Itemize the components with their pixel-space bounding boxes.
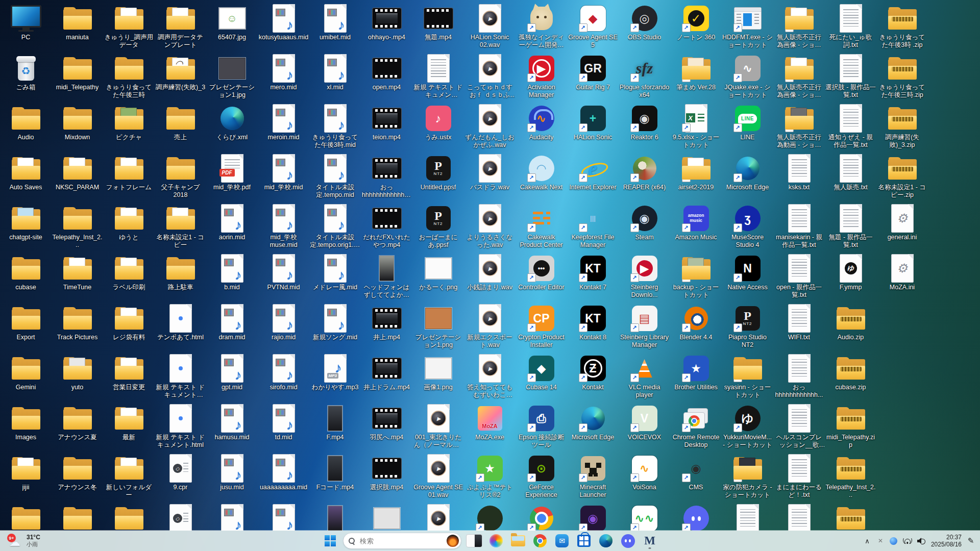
desktop-icon[interactable]: ↗airset2-2019 bbox=[670, 153, 722, 202]
desktop-icon[interactable]: 羽尻へ.mp4 bbox=[361, 403, 412, 452]
desktop-icon[interactable]: 死にたい_ゅ歌詞.txt bbox=[825, 3, 876, 52]
desktop-icon[interactable]: ♪gpt.mid bbox=[206, 353, 258, 402]
desktop-icon[interactable]: ▶答え知っててもむずいわこれ.wav bbox=[464, 353, 516, 402]
desktop-icon[interactable] bbox=[0, 503, 52, 531]
desktop-icon[interactable]: きゅうり食ってた午後三時 bbox=[103, 53, 155, 102]
desktop-icon[interactable]: CP↗Crypton Product Installer bbox=[516, 303, 567, 352]
desktop-icon[interactable]: PNT2↗Piapro Studio NT2 bbox=[722, 303, 773, 352]
task-view-button[interactable] bbox=[465, 532, 483, 549]
desktop-icon[interactable]: きゅうり_調声用データ bbox=[103, 3, 155, 52]
desktop-icon[interactable]: Track Pictures bbox=[52, 303, 103, 352]
desktop-icon[interactable]: ♪jusu.mid bbox=[206, 453, 258, 502]
desktop-icon[interactable]: 新規 テキスト ドキュメント.musicxml bbox=[412, 53, 464, 102]
desktop-icon[interactable]: ♪ bbox=[258, 503, 309, 531]
desktop-icon[interactable]: ♪PVTNd.mid bbox=[258, 253, 309, 302]
desktop-icon[interactable]: ヘッドフォンはずしててよかっt.mp4 bbox=[361, 253, 412, 302]
desktop-icon[interactable]: ▶バスドラ.wav bbox=[464, 153, 516, 202]
desktop-icon[interactable]: ↗ bbox=[464, 503, 516, 531]
desktop-icon[interactable]: ♪b.mid bbox=[206, 253, 258, 302]
chrome-button[interactable] bbox=[531, 532, 549, 549]
desktop-icon[interactable]: KT↗Kontakt 7 bbox=[567, 253, 619, 302]
desktop-icon[interactable]: ◉↗ bbox=[567, 503, 619, 531]
desktop-icon[interactable]: ▶HALion Sonic 02.wav bbox=[464, 3, 516, 52]
desktop-icon[interactable]: yuto bbox=[52, 353, 103, 402]
desktop-icon[interactable]: open.mp4 bbox=[361, 53, 412, 102]
desktop-icon[interactable]: プレゼンテーション1.png bbox=[412, 303, 464, 352]
desktop-icon[interactable]: 新規 テキスト ドキュメント.html bbox=[155, 403, 206, 452]
desktop-icon[interactable]: ∿∿↗ bbox=[619, 503, 670, 531]
desktop-icon[interactable]: ★↗Brother Utilities bbox=[670, 353, 722, 402]
desktop-icon[interactable]: フォトフレーム bbox=[103, 153, 155, 202]
desktop-icon[interactable]: 井上.mp4 bbox=[361, 303, 412, 352]
volume-icon[interactable] bbox=[917, 531, 926, 551]
desktop-icon[interactable]: ↗無人販売不正行為画像 - ショートカット bbox=[773, 53, 825, 102]
desktop-icon[interactable]: ∿↗JQuake.exe - ショートカット bbox=[722, 53, 773, 102]
desktop-icon[interactable]: ♪ bbox=[206, 503, 258, 531]
desktop-icon[interactable]: テンポあて.html bbox=[155, 303, 206, 352]
desktop-icon[interactable]: ↗ bbox=[516, 503, 567, 531]
desktop-icon[interactable]: Fコード.mp4 bbox=[309, 453, 361, 502]
desktop-icon[interactable]: Telepathy_Inst_2... bbox=[52, 203, 103, 252]
desktop-icon[interactable]: ♪mid_学校.mid bbox=[258, 153, 309, 202]
desktop-icon[interactable]: ohhayo-.mp4 bbox=[361, 3, 412, 52]
desktop-icon[interactable]: だれだFXいれたやつ.mp4 bbox=[361, 203, 412, 252]
desktop-icon[interactable]: ◇ bbox=[155, 503, 206, 531]
desktop-icon[interactable]: 新規 テキスト ドキュメント (2).html bbox=[155, 353, 206, 402]
desktop-icon[interactable]: X↗9.5.xlsx - ショートカット bbox=[670, 103, 722, 152]
desktop-icon[interactable]: ↗backup - ショートカット bbox=[670, 253, 722, 302]
desktop-icon[interactable]: ゆうと bbox=[103, 203, 155, 252]
desktop-icon[interactable] bbox=[309, 503, 361, 531]
desktop-icon[interactable]: sfz↗Plogue sforzando x64 bbox=[619, 53, 670, 102]
desktop-icon[interactable]: ◠調声練習(失敗)_3 bbox=[155, 53, 206, 102]
desktop-icon[interactable]: ↗syasinn - ショートカット bbox=[722, 353, 773, 402]
desktop-icon[interactable]: ⊙↗GeForce Experience bbox=[516, 453, 567, 502]
desktop-icon[interactable]: WIFI.txt bbox=[773, 303, 825, 352]
desktop-icon[interactable]: ↗無人販売不正行為動画 - ショートカット bbox=[773, 103, 825, 152]
desktop-icon[interactable]: ↗Cakewalk Product Center bbox=[516, 203, 567, 252]
desktop-icon[interactable]: ♪mero.mid bbox=[258, 53, 309, 102]
desktop-icon[interactable]: くらび.xml bbox=[206, 103, 258, 152]
desktop-icon[interactable]: PC bbox=[0, 3, 52, 52]
desktop-icon[interactable]: ↗孤独なインディーゲーム開発者の一生 ... bbox=[516, 3, 567, 52]
desktop-icon[interactable]: 無題 - 親作品一覧.txt bbox=[825, 203, 876, 252]
tray-chevron-icon[interactable]: ∧ bbox=[863, 531, 871, 551]
desktop-icon[interactable]: ♪kotusytuaaus.mid bbox=[258, 3, 309, 52]
desktop-icon[interactable]: teion.mp4 bbox=[361, 103, 412, 152]
desktop-icon[interactable]: midi_Telepathy.zip bbox=[825, 403, 876, 452]
desktop-icon[interactable]: ⎙↗Epson 接続診断ツール bbox=[516, 403, 567, 452]
desktop-icon[interactable]: ♪sirofo.mid bbox=[258, 353, 309, 402]
desktop-icon[interactable]: open - 親作品一覧.txt bbox=[773, 253, 825, 302]
desktop-icon[interactable]: ヘルスコンプレッション__歌詞.txt bbox=[773, 403, 825, 452]
desktop-icon[interactable]: ⚙MoZA.ini bbox=[876, 253, 928, 302]
desktop-icon[interactable]: LINE↗LINE bbox=[722, 103, 773, 152]
desktop-icon[interactable]: ↗筆まめ Ver.28 bbox=[670, 53, 722, 102]
search-input[interactable] bbox=[359, 537, 443, 545]
desktop-icon[interactable]: ◎↗OBS Studio bbox=[619, 3, 670, 52]
desktop-icon[interactable]: 調声練習(失敗)_3.zip bbox=[876, 103, 928, 152]
discord-button[interactable] bbox=[619, 532, 637, 549]
desktop-icon[interactable]: ▶↗Activation Manager bbox=[516, 53, 567, 102]
desktop-icon[interactable]: ▶ずんだもん_しおかぜふ.wav bbox=[464, 103, 516, 152]
desktop-icon[interactable]: Gemini bbox=[0, 353, 52, 402]
desktop-icon[interactable]: ♪dram.mid bbox=[206, 303, 258, 352]
desktop-icon[interactable]: Ƶ↗Kontakt bbox=[567, 353, 619, 402]
desktop-icon[interactable]: 路上駐車 bbox=[155, 253, 206, 302]
clock[interactable]: 20:37 2025/08/16 bbox=[931, 534, 962, 548]
desktop-icon[interactable]: ゆ↗YukkuriMovieM... - ショートカット bbox=[722, 403, 773, 452]
desktop-icon[interactable]: ♪mid_学校 muse.mid bbox=[258, 203, 309, 252]
desktop-icon[interactable]: ♪MP3わかりやす.mp3 bbox=[309, 353, 361, 402]
desktop-icon[interactable]: ʒ↗MuseScore Studio 4 bbox=[722, 203, 773, 252]
desktop-icon[interactable]: ◆↗Cubase 14 bbox=[516, 353, 567, 402]
desktop-icon[interactable]: ↗VLC media player bbox=[619, 353, 670, 402]
desktop-icon[interactable]: きゅうり食ってた午後三時.zip bbox=[876, 53, 928, 102]
desktop-icon[interactable]: jijii bbox=[0, 453, 52, 502]
desktop-icon[interactable] bbox=[361, 503, 412, 531]
pen-icon[interactable]: ✎ bbox=[967, 531, 975, 551]
start-button[interactable] bbox=[321, 532, 339, 549]
desktop-icon[interactable]: 営業日変更 bbox=[103, 353, 155, 402]
desktop-icon[interactable]: 井上ドラム.mp4 bbox=[361, 353, 412, 402]
tray-app-icon[interactable] bbox=[890, 531, 898, 551]
desktop-icon[interactable]: |||↗Keepforest File Manager bbox=[567, 203, 619, 252]
desktop-icon[interactable]: ♪うみ.ustx bbox=[412, 103, 464, 152]
desktop-icon[interactable]: ▶↗Steinberg Downlo... bbox=[619, 253, 670, 302]
